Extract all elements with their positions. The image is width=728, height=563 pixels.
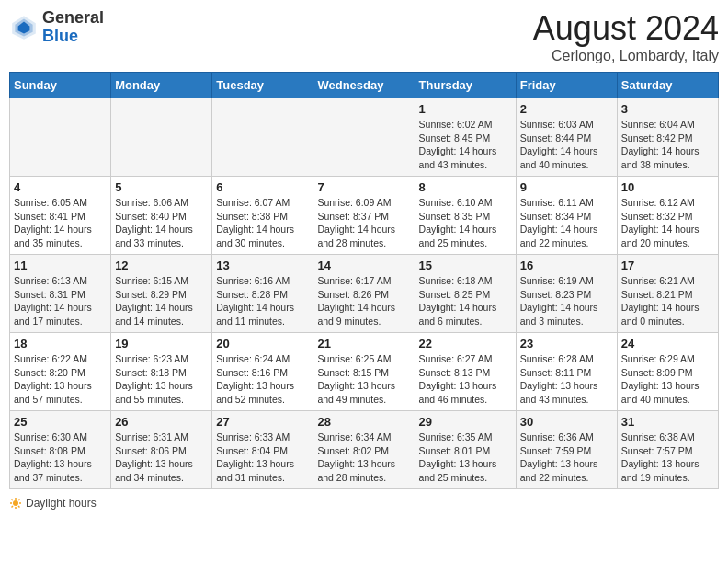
day-number: 11 xyxy=(14,259,107,272)
calendar-cell: 15Sunrise: 6:18 AMSunset: 8:25 PMDayligh… xyxy=(415,255,516,333)
calendar-cell: 23Sunrise: 6:28 AMSunset: 8:11 PMDayligh… xyxy=(516,333,617,411)
day-info: Sunrise: 6:02 AMSunset: 8:45 PMDaylight:… xyxy=(419,118,512,172)
day-number: 17 xyxy=(621,259,714,272)
day-number: 3 xyxy=(621,102,714,116)
day-number: 30 xyxy=(520,415,613,429)
day-number: 21 xyxy=(317,337,410,350)
calendar-cell: 27Sunrise: 6:33 AMSunset: 8:04 PMDayligh… xyxy=(212,411,313,489)
calendar-cell xyxy=(111,98,212,177)
day-number: 6 xyxy=(216,180,309,194)
calendar-cell: 31Sunrise: 6:38 AMSunset: 7:57 PMDayligh… xyxy=(617,411,718,489)
logo-blue: Blue xyxy=(42,27,78,45)
day-number: 15 xyxy=(419,259,512,272)
day-info: Sunrise: 6:05 AMSunset: 8:41 PMDaylight:… xyxy=(14,196,107,250)
calendar-cell: 4Sunrise: 6:05 AMSunset: 8:41 PMDaylight… xyxy=(10,177,111,255)
day-number: 20 xyxy=(216,337,309,350)
calendar-cell: 18Sunrise: 6:22 AMSunset: 8:20 PMDayligh… xyxy=(10,333,111,411)
logo-icon xyxy=(9,13,39,42)
calendar-week-row: 25Sunrise: 6:30 AMSunset: 8:08 PMDayligh… xyxy=(10,411,719,489)
calendar-cell: 30Sunrise: 6:36 AMSunset: 7:59 PMDayligh… xyxy=(516,411,617,489)
weekday-header-row: SundayMondayTuesdayWednesdayThursdayFrid… xyxy=(10,73,719,98)
day-info: Sunrise: 6:34 AMSunset: 8:02 PMDaylight:… xyxy=(317,431,410,485)
day-info: Sunrise: 6:24 AMSunset: 8:16 PMDaylight:… xyxy=(216,352,309,407)
calendar-cell: 11Sunrise: 6:13 AMSunset: 8:31 PMDayligh… xyxy=(10,255,111,333)
calendar-cell: 21Sunrise: 6:25 AMSunset: 8:15 PMDayligh… xyxy=(313,333,415,411)
day-info: Sunrise: 6:17 AMSunset: 8:26 PMDaylight:… xyxy=(317,274,410,328)
day-number: 28 xyxy=(317,415,410,429)
day-info: Sunrise: 6:28 AMSunset: 8:11 PMDaylight:… xyxy=(520,352,613,407)
day-number: 12 xyxy=(115,259,208,272)
calendar-cell xyxy=(10,98,111,177)
day-info: Sunrise: 6:04 AMSunset: 8:42 PMDaylight:… xyxy=(621,118,714,172)
day-info: Sunrise: 6:33 AMSunset: 8:04 PMDaylight:… xyxy=(216,431,309,485)
calendar-week-row: 11Sunrise: 6:13 AMSunset: 8:31 PMDayligh… xyxy=(10,255,719,333)
day-info: Sunrise: 6:35 AMSunset: 8:01 PMDaylight:… xyxy=(419,431,512,485)
svg-line-10 xyxy=(18,500,20,501)
day-number: 8 xyxy=(419,180,512,194)
calendar-week-row: 4Sunrise: 6:05 AMSunset: 8:41 PMDaylight… xyxy=(10,177,719,255)
calendar-cell: 20Sunrise: 6:24 AMSunset: 8:16 PMDayligh… xyxy=(212,333,313,411)
day-info: Sunrise: 6:11 AMSunset: 8:34 PMDaylight:… xyxy=(520,196,613,250)
day-number: 5 xyxy=(115,180,208,194)
calendar-table: SundayMondayTuesdayWednesdayThursdayFrid… xyxy=(9,72,719,489)
day-number: 9 xyxy=(520,180,613,194)
daylight-label: Daylight hours xyxy=(9,497,97,510)
calendar-cell xyxy=(313,98,415,177)
day-number: 1 xyxy=(419,102,512,116)
calendar-footer: Daylight hours xyxy=(9,497,719,510)
day-info: Sunrise: 6:18 AMSunset: 8:25 PMDaylight:… xyxy=(419,274,512,328)
day-number: 24 xyxy=(621,337,714,350)
weekday-header: Friday xyxy=(516,73,617,98)
day-info: Sunrise: 6:27 AMSunset: 8:13 PMDaylight:… xyxy=(419,352,512,407)
calendar-cell: 10Sunrise: 6:12 AMSunset: 8:32 PMDayligh… xyxy=(617,177,718,255)
day-number: 10 xyxy=(621,180,714,194)
calendar-cell: 17Sunrise: 6:21 AMSunset: 8:21 PMDayligh… xyxy=(617,255,718,333)
day-number: 18 xyxy=(14,337,107,350)
weekday-header: Sunday xyxy=(10,73,111,98)
title-block: August 2024 Cerlongo, Lombardy, Italy xyxy=(533,9,719,64)
day-number: 29 xyxy=(419,415,512,429)
calendar-cell: 5Sunrise: 6:06 AMSunset: 8:40 PMDaylight… xyxy=(111,177,212,255)
calendar-cell: 14Sunrise: 6:17 AMSunset: 8:26 PMDayligh… xyxy=(313,255,415,333)
day-info: Sunrise: 6:13 AMSunset: 8:31 PMDaylight:… xyxy=(14,274,107,328)
calendar-week-row: 1Sunrise: 6:02 AMSunset: 8:45 PMDaylight… xyxy=(10,98,719,177)
day-info: Sunrise: 6:07 AMSunset: 8:38 PMDaylight:… xyxy=(216,196,309,250)
day-info: Sunrise: 6:12 AMSunset: 8:32 PMDaylight:… xyxy=(621,196,714,250)
calendar-cell: 26Sunrise: 6:31 AMSunset: 8:06 PMDayligh… xyxy=(111,411,212,489)
day-info: Sunrise: 6:15 AMSunset: 8:29 PMDaylight:… xyxy=(115,274,208,328)
day-number: 13 xyxy=(216,259,309,272)
logo: General Blue xyxy=(9,9,104,46)
weekday-header: Wednesday xyxy=(313,73,415,98)
svg-line-9 xyxy=(18,506,20,508)
day-info: Sunrise: 6:16 AMSunset: 8:28 PMDaylight:… xyxy=(216,274,309,328)
day-info: Sunrise: 6:09 AMSunset: 8:37 PMDaylight:… xyxy=(317,196,410,250)
calendar-cell: 28Sunrise: 6:34 AMSunset: 8:02 PMDayligh… xyxy=(313,411,415,489)
day-number: 25 xyxy=(14,415,107,429)
day-number: 26 xyxy=(115,415,208,429)
day-info: Sunrise: 6:21 AMSunset: 8:21 PMDaylight:… xyxy=(621,274,714,328)
day-info: Sunrise: 6:30 AMSunset: 8:08 PMDaylight:… xyxy=(14,431,107,485)
sun-icon xyxy=(9,497,22,510)
calendar-cell: 19Sunrise: 6:23 AMSunset: 8:18 PMDayligh… xyxy=(111,333,212,411)
day-info: Sunrise: 6:23 AMSunset: 8:18 PMDaylight:… xyxy=(115,352,208,407)
day-number: 31 xyxy=(621,415,714,429)
svg-point-3 xyxy=(13,500,18,506)
day-number: 4 xyxy=(14,180,107,194)
day-info: Sunrise: 6:31 AMSunset: 8:06 PMDaylight:… xyxy=(115,431,208,485)
calendar-cell: 9Sunrise: 6:11 AMSunset: 8:34 PMDaylight… xyxy=(516,177,617,255)
day-info: Sunrise: 6:29 AMSunset: 8:09 PMDaylight:… xyxy=(621,352,714,407)
calendar-cell xyxy=(212,98,313,177)
calendar-cell: 3Sunrise: 6:04 AMSunset: 8:42 PMDaylight… xyxy=(617,98,718,177)
day-number: 2 xyxy=(520,102,613,116)
month-title: August 2024 xyxy=(533,9,719,48)
day-number: 19 xyxy=(115,337,208,350)
calendar-cell: 7Sunrise: 6:09 AMSunset: 8:37 PMDaylight… xyxy=(313,177,415,255)
weekday-header: Saturday xyxy=(617,73,718,98)
day-info: Sunrise: 6:22 AMSunset: 8:20 PMDaylight:… xyxy=(14,352,107,407)
day-info: Sunrise: 6:25 AMSunset: 8:15 PMDaylight:… xyxy=(317,352,410,407)
day-info: Sunrise: 6:06 AMSunset: 8:40 PMDaylight:… xyxy=(115,196,208,250)
calendar-cell: 13Sunrise: 6:16 AMSunset: 8:28 PMDayligh… xyxy=(212,255,313,333)
day-info: Sunrise: 6:19 AMSunset: 8:23 PMDaylight:… xyxy=(520,274,613,328)
logo-general: General xyxy=(42,8,104,27)
calendar-cell: 1Sunrise: 6:02 AMSunset: 8:45 PMDaylight… xyxy=(415,98,516,177)
